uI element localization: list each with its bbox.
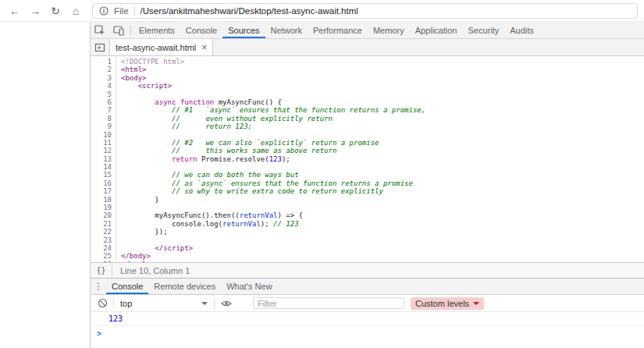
devtools-tabbar-tabs: ElementsConsoleSourcesNetworkPerformance… (133, 22, 539, 38)
code-line: </script> (121, 244, 644, 252)
execution-context-label: top (120, 299, 132, 308)
tab-memory[interactable]: Memory (368, 22, 410, 38)
file-tab[interactable]: test-async-await.html × (109, 39, 213, 55)
code-line: <html> (121, 66, 644, 73)
tab-remote-devices[interactable]: Remote devices (148, 279, 221, 294)
devtools-panel: ElementsConsoleSourcesNetworkPerformance… (90, 22, 644, 348)
tab-application[interactable]: Application (410, 22, 463, 38)
page-info-icon[interactable] (99, 6, 109, 16)
line-number[interactable]: 7 (91, 106, 112, 114)
editor-status-bar: {} Line 10, Column 1 (91, 262, 644, 278)
tab-console[interactable]: Console (180, 22, 222, 38)
url-text: /Users/ankitmaheshwari/Desktop/test-asyn… (141, 6, 358, 16)
overflow-menu-icon[interactable]: ⋮ (91, 279, 106, 294)
tab-what-s-new[interactable]: What's New (221, 279, 277, 294)
line-number[interactable]: 1 (91, 58, 112, 66)
back-icon[interactable]: ← (6, 2, 23, 20)
code-line: <body> (121, 74, 644, 82)
line-number[interactable]: 3 (91, 74, 112, 82)
code-line: // even without explicitly return (121, 115, 644, 123)
line-number[interactable]: 19 (91, 204, 112, 211)
line-number[interactable]: 14 (91, 163, 112, 171)
device-toolbar-icon[interactable] (109, 22, 128, 38)
line-number[interactable]: 10 (91, 131, 112, 139)
address-bar[interactable]: File /Users/ankitmaheshwari/Desktop/test… (92, 3, 638, 19)
code-line: console.log(returnVal); // 123 (121, 220, 644, 228)
code-line: } (121, 196, 644, 204)
close-icon[interactable]: × (201, 43, 207, 52)
line-number[interactable]: 16 (91, 179, 112, 187)
show-navigator-icon[interactable] (91, 39, 109, 55)
cursor-position-text: Line 10, Column 1 (120, 266, 190, 275)
line-number[interactable]: 18 (91, 196, 112, 204)
line-number[interactable]: 11 (91, 139, 112, 147)
inspect-element-icon[interactable] (91, 22, 109, 38)
page-content: ElementsConsoleSourcesNetworkPerformance… (0, 22, 644, 348)
pretty-print-icon[interactable]: {} (91, 263, 112, 278)
code-line (121, 204, 644, 211)
console-toolbar: top Custom levels (91, 295, 644, 312)
live-expression-eye-icon[interactable] (219, 299, 234, 308)
line-number[interactable]: 25 (91, 252, 112, 260)
code-line: async function myAsyncFunc() { (121, 98, 644, 106)
log-levels-dropdown[interactable]: Custom levels (411, 297, 484, 310)
toolbar-separator (214, 298, 215, 309)
code-line: <script> (121, 82, 644, 90)
toolbar-separator (130, 25, 131, 35)
tab-elements[interactable]: Elements (133, 22, 180, 38)
console-prompt-input[interactable] (106, 328, 644, 338)
tab-sources[interactable]: Sources (222, 22, 265, 38)
line-number[interactable]: 24 (91, 244, 112, 252)
line-number[interactable]: 4 (91, 82, 112, 90)
code-line: // #1 `async` ensures that the function … (121, 106, 644, 114)
source-editor[interactable]: 1234567891011121314151617181920212223242… (91, 56, 644, 262)
line-number[interactable]: 8 (91, 115, 112, 123)
code-line (121, 236, 644, 244)
line-number[interactable]: 9 (91, 123, 112, 130)
reload-icon[interactable]: ↻ (47, 2, 64, 20)
code-line: // we can do both the ways but (121, 171, 644, 179)
code-line: // return 123; (121, 123, 644, 130)
editor-gutter: 1234567891011121314151617181920212223242… (91, 56, 116, 262)
line-number[interactable]: 5 (91, 91, 112, 98)
code-line: }); (121, 228, 644, 236)
browser-toolbar: ← → ↻ ⌂ File /Users/ankitmaheshwari/Desk… (0, 0, 644, 22)
line-number[interactable]: 6 (91, 98, 112, 106)
line-number[interactable]: 22 (91, 228, 112, 236)
editor-code: <!DOCTYPE html><html><body> <script> asy… (116, 56, 644, 262)
code-line: <!DOCTYPE html> (121, 58, 644, 66)
chevron-down-icon (473, 302, 479, 305)
code-line (121, 91, 644, 98)
tab-audits[interactable]: Audits (504, 22, 539, 38)
forward-icon[interactable]: → (27, 2, 44, 20)
devtools-tabbar: ElementsConsoleSourcesNetworkPerformance… (91, 22, 644, 39)
line-number[interactable]: 23 (91, 236, 112, 244)
execution-context-selector[interactable]: top (118, 299, 210, 308)
code-line: // this works same as above return (121, 147, 644, 154)
url-scheme-label: File (114, 6, 129, 16)
sources-file-tabbar: test-async-await.html × (91, 39, 644, 56)
clear-console-icon[interactable] (95, 298, 109, 308)
browser-window: ← → ↻ ⌂ File /Users/ankitmaheshwari/Desk… (0, 0, 644, 348)
tab-network[interactable]: Network (265, 22, 308, 38)
tab-console[interactable]: Console (106, 279, 148, 294)
tab-security[interactable]: Security (462, 22, 504, 38)
line-number[interactable]: 15 (91, 171, 112, 179)
console-prompt-row: > (91, 326, 644, 338)
line-number[interactable]: 21 (91, 220, 112, 228)
line-number[interactable]: 2 (91, 66, 112, 73)
code-line: </body> (121, 252, 644, 260)
line-number[interactable]: 13 (91, 155, 112, 163)
home-icon[interactable]: ⌂ (67, 2, 84, 20)
line-number[interactable]: 20 (91, 211, 112, 219)
code-line: // so why to write extra code to return … (121, 187, 644, 195)
console-filter-input[interactable] (253, 297, 404, 309)
code-line: // as `async` ensures that the function … (121, 179, 644, 187)
code-line: // #2 we can also `explicitly` return a … (121, 139, 644, 147)
code-line: return Promise.resolve(123); (121, 155, 644, 163)
line-number[interactable]: 17 (91, 187, 112, 195)
line-number[interactable]: 12 (91, 147, 112, 154)
console-output: 123 > (91, 312, 644, 348)
log-levels-label: Custom levels (415, 299, 469, 308)
tab-performance[interactable]: Performance (308, 22, 368, 38)
